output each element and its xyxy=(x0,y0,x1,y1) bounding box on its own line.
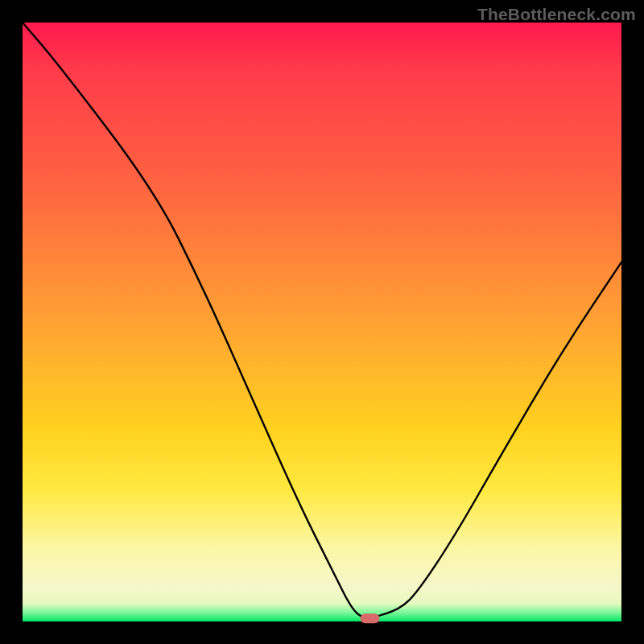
bottleneck-curve xyxy=(23,23,621,618)
plot-area xyxy=(23,23,621,621)
curve-svg xyxy=(23,23,621,621)
optimum-marker xyxy=(361,613,380,623)
watermark-text: TheBottleneck.com xyxy=(477,5,636,24)
chart-frame: TheBottleneck.com xyxy=(0,0,644,644)
